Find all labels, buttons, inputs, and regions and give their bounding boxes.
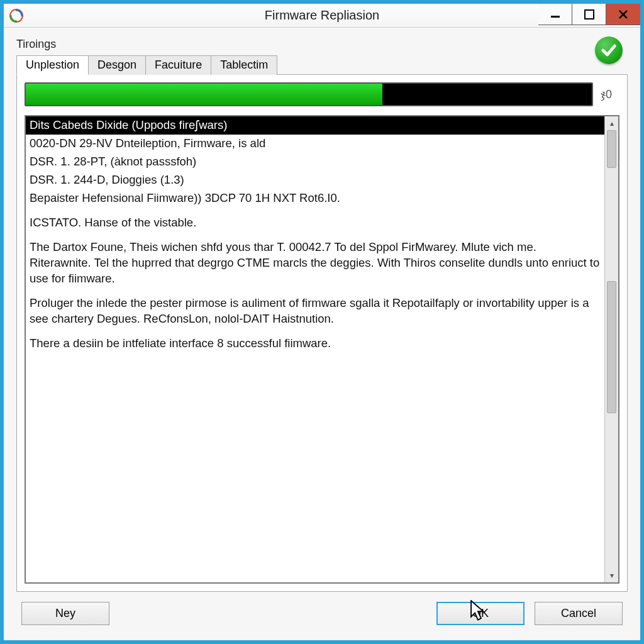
- app-icon: [9, 8, 24, 23]
- tab-tablectim[interactable]: Tablectim: [211, 55, 277, 75]
- tab-unplestion[interactable]: Unplestion: [16, 55, 89, 75]
- minimize-button[interactable]: [538, 4, 572, 25]
- tab-facuiture[interactable]: Facuiture: [145, 55, 211, 75]
- client-area: Tiroings Unplestion Desgon Facuiture Tab…: [4, 28, 640, 640]
- progress-bar: [25, 82, 593, 106]
- log-section: Proluger the inlede the pester pirmose i…: [30, 296, 601, 327]
- app-window: Firmware Repliasion Tiroings Unplestion …: [0, 0, 644, 644]
- status-check-icon: [595, 36, 623, 64]
- close-button[interactable]: [606, 4, 640, 25]
- progress-fill: [26, 84, 382, 105]
- titlebar: Firmware Repliasion: [4, 4, 640, 28]
- log-line: Bepaister Hefensional Fiimware)) 3DCP 70…: [30, 191, 601, 206]
- cancel-button[interactable]: Cancel: [535, 602, 623, 625]
- log-line: DSR. 1. 28-PT, (àknot passsfoh): [30, 154, 601, 170]
- scroll-thumb[interactable]: [607, 281, 616, 413]
- svg-rect-2: [585, 10, 594, 19]
- scroll-up-icon[interactable]: ▴: [605, 116, 618, 130]
- tab-desgon[interactable]: Desgon: [88, 55, 146, 75]
- svg-rect-1: [551, 16, 560, 18]
- log-body: 0020-DN 29-NV Dnteileption, Firmware, is…: [26, 135, 604, 359]
- scroll-track[interactable]: [605, 130, 618, 569]
- spacer: [119, 602, 426, 625]
- tab-body: ჯ0 Dits Cabeds Dixide (Uppods fireʃwars)…: [16, 75, 628, 592]
- maximize-button[interactable]: [572, 4, 606, 25]
- ok-button[interactable]: OK: [436, 602, 525, 625]
- ney-button[interactable]: Ney: [21, 602, 109, 625]
- scroll-down-icon[interactable]: ▾: [605, 569, 618, 582]
- log-section: The Dartox Foune, Theis wichen shfd yous…: [30, 240, 601, 287]
- progress-row: ჯ0: [25, 82, 619, 106]
- log-line: 0020-DN 29-NV Dnteileption, Firmware, is…: [30, 136, 601, 152]
- log-panel: Dits Cabeds Dixide (Uppods fireʃwars) 00…: [25, 115, 619, 584]
- button-row: Ney OK Cancel: [16, 592, 628, 628]
- log-header: Dits Cabeds Dixide (Uppods fireʃwars): [26, 116, 604, 135]
- scroll-thumb-top[interactable]: [607, 130, 616, 168]
- log-section: There a desiin be intfeliate interface 8…: [30, 336, 601, 352]
- window-controls: [538, 4, 640, 27]
- tabstrip: Unplestion Desgon Facuiture Tablectim: [16, 55, 628, 75]
- log-line: DSR. 1. 244-D, Dioggies (1.3): [30, 172, 601, 188]
- log-content: Dits Cabeds Dixide (Uppods fireʃwars) 00…: [26, 116, 604, 582]
- section-label: Tiroings: [16, 38, 628, 51]
- log-section: ICSTATO. Hanse of the vistable.: [30, 215, 601, 231]
- progress-label: ჯ0: [601, 87, 619, 101]
- scrollbar[interactable]: ▴ ▾: [604, 116, 618, 582]
